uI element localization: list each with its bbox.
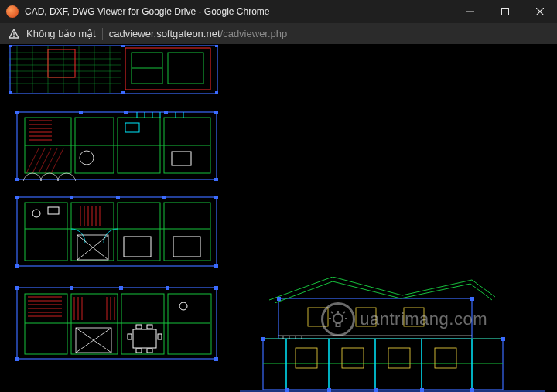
svg-rect-155 <box>285 388 289 392</box>
svg-line-164 <box>331 312 333 313</box>
svg-rect-25 <box>9 45 12 47</box>
svg-rect-166 <box>337 323 340 326</box>
svg-rect-28 <box>215 91 218 94</box>
svg-rect-45 <box>172 152 191 165</box>
minimize-button[interactable] <box>453 0 487 23</box>
svg-rect-76 <box>124 237 151 257</box>
svg-rect-30 <box>121 91 125 94</box>
svg-rect-65 <box>124 111 128 114</box>
svg-point-43 <box>80 151 94 165</box>
svg-line-165 <box>343 312 345 313</box>
svg-rect-111 <box>158 334 162 339</box>
svg-rect-92 <box>162 196 166 199</box>
maximize-button[interactable] <box>487 0 522 23</box>
svg-rect-153 <box>277 297 281 301</box>
svg-rect-26 <box>215 45 218 47</box>
svg-rect-29 <box>121 45 125 47</box>
cad-drawing-floor-plan-b <box>9 196 218 268</box>
chrome-app-icon <box>6 5 19 18</box>
svg-rect-154 <box>470 297 474 301</box>
svg-rect-125 <box>214 357 218 361</box>
svg-rect-110 <box>128 334 132 339</box>
separator <box>102 28 103 40</box>
svg-rect-20 <box>48 49 75 77</box>
svg-rect-140 <box>342 348 364 368</box>
svg-rect-123 <box>214 286 218 290</box>
url-host: cadviewer.softgateon.net <box>109 28 220 39</box>
svg-rect-107 <box>147 325 152 329</box>
cad-viewport[interactable]: uantrimang.com <box>0 45 557 392</box>
svg-rect-142 <box>435 348 456 368</box>
svg-rect-97 <box>168 294 211 354</box>
window-controls <box>453 0 557 23</box>
svg-rect-139 <box>296 348 317 368</box>
svg-rect-141 <box>388 348 410 368</box>
svg-rect-67 <box>17 197 217 266</box>
svg-rect-124 <box>15 357 19 361</box>
svg-rect-68 <box>25 203 67 261</box>
svg-rect-77 <box>173 237 200 257</box>
svg-rect-151 <box>261 337 265 341</box>
svg-point-121 <box>179 302 187 310</box>
svg-point-5 <box>13 36 15 37</box>
svg-rect-71 <box>164 203 210 261</box>
svg-rect-61 <box>214 111 218 114</box>
svg-rect-90 <box>70 196 73 199</box>
svg-rect-66 <box>164 111 168 114</box>
svg-rect-44 <box>125 123 139 132</box>
svg-line-47 <box>32 148 45 173</box>
svg-rect-88 <box>15 264 19 268</box>
window-titlebar: CAD, DXF, DWG Viewer for Google Drive - … <box>0 0 557 23</box>
svg-rect-130 <box>263 339 503 390</box>
watermark-text: uantrimang.com <box>360 309 487 329</box>
svg-rect-64 <box>79 111 83 114</box>
svg-rect-86 <box>15 196 19 199</box>
svg-rect-94 <box>25 294 67 354</box>
url-display[interactable]: cadviewer.softgateon.net/cadviewer.php <box>109 28 288 39</box>
svg-point-160 <box>333 314 343 323</box>
svg-line-46 <box>26 148 39 173</box>
svg-rect-62 <box>15 178 19 181</box>
warning-triangle-icon <box>8 28 20 40</box>
watermark: uantrimang.com <box>321 302 487 336</box>
svg-point-84 <box>32 210 40 217</box>
svg-rect-128 <box>166 286 169 290</box>
svg-rect-158 <box>420 388 424 392</box>
svg-rect-23 <box>168 53 203 84</box>
svg-rect-108 <box>136 349 142 353</box>
cad-drawing-elevation-top <box>9 45 218 94</box>
svg-rect-85 <box>48 207 59 214</box>
svg-rect-1 <box>501 9 508 15</box>
svg-rect-152 <box>501 337 505 341</box>
svg-rect-109 <box>147 349 152 353</box>
svg-line-49 <box>45 148 57 173</box>
cad-drawing-floor-plan-c <box>9 285 218 362</box>
lightbulb-icon <box>321 302 355 336</box>
security-label[interactable]: Không bảo mật <box>26 28 96 39</box>
svg-rect-27 <box>9 91 12 94</box>
svg-rect-89 <box>214 264 218 268</box>
address-bar: Không bảo mật cadviewer.softgateon.net/c… <box>0 23 557 45</box>
svg-rect-159 <box>470 388 474 392</box>
url-path: /cadviewer.php <box>220 28 288 39</box>
svg-rect-126 <box>70 286 73 290</box>
svg-rect-106 <box>136 325 142 329</box>
svg-rect-63 <box>214 178 218 181</box>
window-title: CAD, DXF, DWG Viewer for Google Drive - … <box>25 6 453 17</box>
svg-rect-157 <box>374 388 378 392</box>
svg-rect-87 <box>214 196 218 199</box>
svg-rect-127 <box>119 286 123 290</box>
svg-rect-122 <box>15 286 19 290</box>
svg-line-50 <box>51 148 63 173</box>
cad-drawing-floor-plan-a <box>9 111 218 181</box>
svg-line-48 <box>39 148 51 173</box>
svg-rect-60 <box>15 111 19 114</box>
svg-rect-91 <box>116 196 120 199</box>
svg-rect-105 <box>133 329 156 348</box>
svg-rect-156 <box>327 388 331 392</box>
close-button[interactable] <box>522 0 557 23</box>
svg-rect-96 <box>121 294 164 354</box>
